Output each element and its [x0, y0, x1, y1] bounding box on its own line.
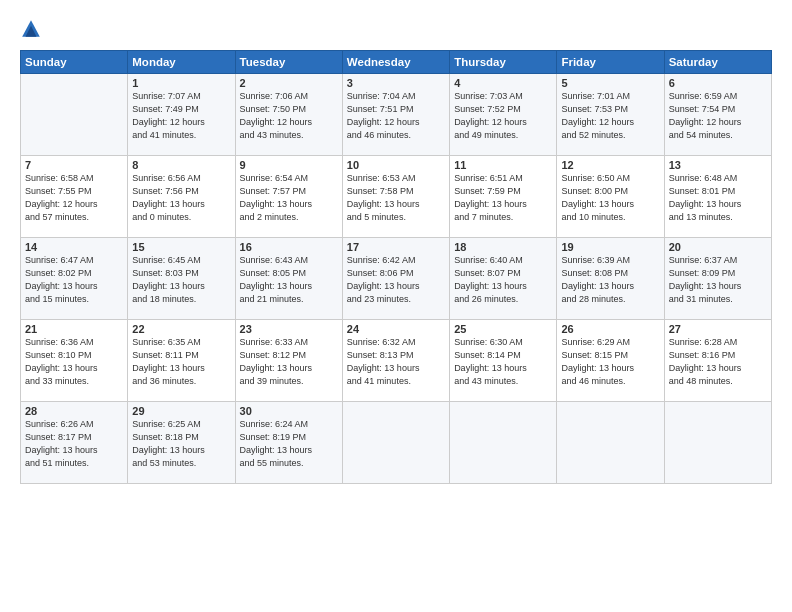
- day-number: 14: [25, 241, 123, 253]
- day-cell: 30Sunrise: 6:24 AM Sunset: 8:19 PM Dayli…: [235, 402, 342, 484]
- day-cell: 19Sunrise: 6:39 AM Sunset: 8:08 PM Dayli…: [557, 238, 664, 320]
- header-cell-monday: Monday: [128, 51, 235, 74]
- day-info: Sunrise: 6:45 AM Sunset: 8:03 PM Dayligh…: [132, 254, 230, 306]
- day-number: 15: [132, 241, 230, 253]
- day-info: Sunrise: 6:48 AM Sunset: 8:01 PM Dayligh…: [669, 172, 767, 224]
- day-cell: [557, 402, 664, 484]
- day-info: Sunrise: 7:03 AM Sunset: 7:52 PM Dayligh…: [454, 90, 552, 142]
- day-number: 7: [25, 159, 123, 171]
- day-info: Sunrise: 6:53 AM Sunset: 7:58 PM Dayligh…: [347, 172, 445, 224]
- day-number: 19: [561, 241, 659, 253]
- day-number: 9: [240, 159, 338, 171]
- day-cell: [664, 402, 771, 484]
- day-cell: 8Sunrise: 6:56 AM Sunset: 7:56 PM Daylig…: [128, 156, 235, 238]
- header-row: SundayMondayTuesdayWednesdayThursdayFrid…: [21, 51, 772, 74]
- day-cell: 5Sunrise: 7:01 AM Sunset: 7:53 PM Daylig…: [557, 74, 664, 156]
- day-info: Sunrise: 7:01 AM Sunset: 7:53 PM Dayligh…: [561, 90, 659, 142]
- day-cell: 10Sunrise: 6:53 AM Sunset: 7:58 PM Dayli…: [342, 156, 449, 238]
- day-info: Sunrise: 6:51 AM Sunset: 7:59 PM Dayligh…: [454, 172, 552, 224]
- day-cell: 15Sunrise: 6:45 AM Sunset: 8:03 PM Dayli…: [128, 238, 235, 320]
- day-number: 12: [561, 159, 659, 171]
- day-cell: 4Sunrise: 7:03 AM Sunset: 7:52 PM Daylig…: [450, 74, 557, 156]
- day-number: 4: [454, 77, 552, 89]
- day-info: Sunrise: 6:33 AM Sunset: 8:12 PM Dayligh…: [240, 336, 338, 388]
- day-info: Sunrise: 7:04 AM Sunset: 7:51 PM Dayligh…: [347, 90, 445, 142]
- day-cell: 23Sunrise: 6:33 AM Sunset: 8:12 PM Dayli…: [235, 320, 342, 402]
- day-info: Sunrise: 6:39 AM Sunset: 8:08 PM Dayligh…: [561, 254, 659, 306]
- day-number: 28: [25, 405, 123, 417]
- header-cell-wednesday: Wednesday: [342, 51, 449, 74]
- calendar-body: 1Sunrise: 7:07 AM Sunset: 7:49 PM Daylig…: [21, 74, 772, 484]
- day-cell: 21Sunrise: 6:36 AM Sunset: 8:10 PM Dayli…: [21, 320, 128, 402]
- day-cell: 20Sunrise: 6:37 AM Sunset: 8:09 PM Dayli…: [664, 238, 771, 320]
- day-info: Sunrise: 6:37 AM Sunset: 8:09 PM Dayligh…: [669, 254, 767, 306]
- day-cell: 9Sunrise: 6:54 AM Sunset: 7:57 PM Daylig…: [235, 156, 342, 238]
- day-info: Sunrise: 6:54 AM Sunset: 7:57 PM Dayligh…: [240, 172, 338, 224]
- day-cell: 13Sunrise: 6:48 AM Sunset: 8:01 PM Dayli…: [664, 156, 771, 238]
- day-cell: 17Sunrise: 6:42 AM Sunset: 8:06 PM Dayli…: [342, 238, 449, 320]
- day-info: Sunrise: 6:43 AM Sunset: 8:05 PM Dayligh…: [240, 254, 338, 306]
- day-cell: 27Sunrise: 6:28 AM Sunset: 8:16 PM Dayli…: [664, 320, 771, 402]
- day-info: Sunrise: 6:40 AM Sunset: 8:07 PM Dayligh…: [454, 254, 552, 306]
- day-number: 27: [669, 323, 767, 335]
- day-number: 16: [240, 241, 338, 253]
- day-number: 18: [454, 241, 552, 253]
- day-cell: 14Sunrise: 6:47 AM Sunset: 8:02 PM Dayli…: [21, 238, 128, 320]
- week-row-3: 21Sunrise: 6:36 AM Sunset: 8:10 PM Dayli…: [21, 320, 772, 402]
- day-cell: 6Sunrise: 6:59 AM Sunset: 7:54 PM Daylig…: [664, 74, 771, 156]
- day-number: 26: [561, 323, 659, 335]
- day-number: 10: [347, 159, 445, 171]
- day-cell: 26Sunrise: 6:29 AM Sunset: 8:15 PM Dayli…: [557, 320, 664, 402]
- day-cell: 24Sunrise: 6:32 AM Sunset: 8:13 PM Dayli…: [342, 320, 449, 402]
- day-cell: 2Sunrise: 7:06 AM Sunset: 7:50 PM Daylig…: [235, 74, 342, 156]
- day-cell: [342, 402, 449, 484]
- day-number: 13: [669, 159, 767, 171]
- day-number: 5: [561, 77, 659, 89]
- header-cell-tuesday: Tuesday: [235, 51, 342, 74]
- calendar-table: SundayMondayTuesdayWednesdayThursdayFrid…: [20, 50, 772, 484]
- day-cell: 3Sunrise: 7:04 AM Sunset: 7:51 PM Daylig…: [342, 74, 449, 156]
- day-number: 22: [132, 323, 230, 335]
- day-number: 24: [347, 323, 445, 335]
- week-row-2: 14Sunrise: 6:47 AM Sunset: 8:02 PM Dayli…: [21, 238, 772, 320]
- day-cell: 12Sunrise: 6:50 AM Sunset: 8:00 PM Dayli…: [557, 156, 664, 238]
- header-cell-friday: Friday: [557, 51, 664, 74]
- day-cell: 1Sunrise: 7:07 AM Sunset: 7:49 PM Daylig…: [128, 74, 235, 156]
- day-info: Sunrise: 6:35 AM Sunset: 8:11 PM Dayligh…: [132, 336, 230, 388]
- day-number: 25: [454, 323, 552, 335]
- day-info: Sunrise: 6:32 AM Sunset: 8:13 PM Dayligh…: [347, 336, 445, 388]
- day-cell: 29Sunrise: 6:25 AM Sunset: 8:18 PM Dayli…: [128, 402, 235, 484]
- logo: [20, 18, 46, 40]
- week-row-1: 7Sunrise: 6:58 AM Sunset: 7:55 PM Daylig…: [21, 156, 772, 238]
- calendar-header: SundayMondayTuesdayWednesdayThursdayFrid…: [21, 51, 772, 74]
- day-info: Sunrise: 6:59 AM Sunset: 7:54 PM Dayligh…: [669, 90, 767, 142]
- header-cell-saturday: Saturday: [664, 51, 771, 74]
- day-info: Sunrise: 6:29 AM Sunset: 8:15 PM Dayligh…: [561, 336, 659, 388]
- day-cell: 11Sunrise: 6:51 AM Sunset: 7:59 PM Dayli…: [450, 156, 557, 238]
- day-info: Sunrise: 6:26 AM Sunset: 8:17 PM Dayligh…: [25, 418, 123, 470]
- day-cell: [450, 402, 557, 484]
- day-info: Sunrise: 6:36 AM Sunset: 8:10 PM Dayligh…: [25, 336, 123, 388]
- day-cell: 16Sunrise: 6:43 AM Sunset: 8:05 PM Dayli…: [235, 238, 342, 320]
- page: SundayMondayTuesdayWednesdayThursdayFrid…: [0, 0, 792, 612]
- day-number: 2: [240, 77, 338, 89]
- day-number: 11: [454, 159, 552, 171]
- logo-icon: [20, 18, 42, 40]
- day-number: 23: [240, 323, 338, 335]
- day-number: 8: [132, 159, 230, 171]
- day-cell: [21, 74, 128, 156]
- day-number: 6: [669, 77, 767, 89]
- day-number: 21: [25, 323, 123, 335]
- day-info: Sunrise: 6:30 AM Sunset: 8:14 PM Dayligh…: [454, 336, 552, 388]
- week-row-4: 28Sunrise: 6:26 AM Sunset: 8:17 PM Dayli…: [21, 402, 772, 484]
- day-number: 3: [347, 77, 445, 89]
- day-cell: 18Sunrise: 6:40 AM Sunset: 8:07 PM Dayli…: [450, 238, 557, 320]
- header-cell-thursday: Thursday: [450, 51, 557, 74]
- day-number: 20: [669, 241, 767, 253]
- day-cell: 25Sunrise: 6:30 AM Sunset: 8:14 PM Dayli…: [450, 320, 557, 402]
- day-cell: 22Sunrise: 6:35 AM Sunset: 8:11 PM Dayli…: [128, 320, 235, 402]
- day-number: 29: [132, 405, 230, 417]
- day-number: 1: [132, 77, 230, 89]
- day-info: Sunrise: 6:56 AM Sunset: 7:56 PM Dayligh…: [132, 172, 230, 224]
- header-cell-sunday: Sunday: [21, 51, 128, 74]
